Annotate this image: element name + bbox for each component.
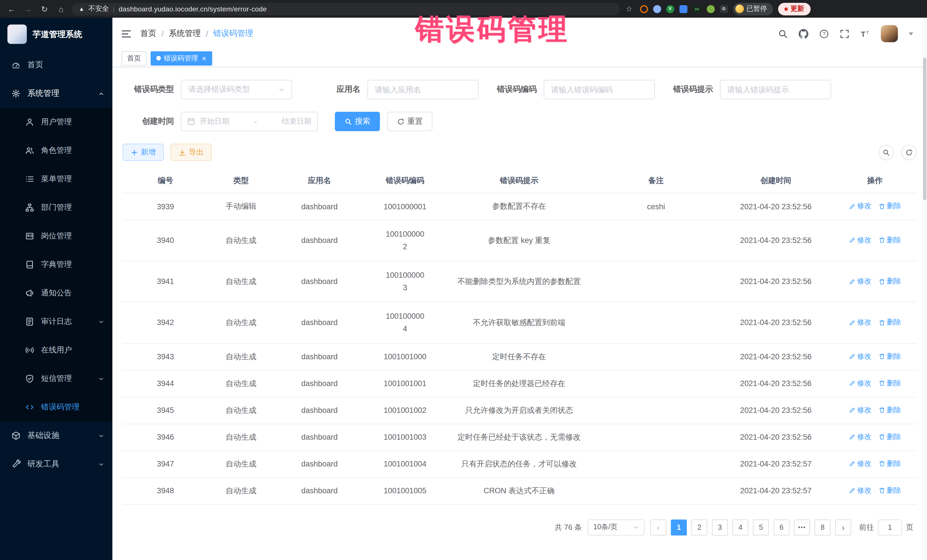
delete-link[interactable]: 删除 (878, 486, 901, 496)
error-hint-input[interactable] (720, 80, 831, 99)
fullscreen-icon[interactable] (840, 29, 849, 38)
page-button-3[interactable]: 3 (712, 519, 728, 535)
page-button-4[interactable]: 4 (732, 519, 748, 535)
sidebar-item-dept-management[interactable]: 部门管理 (0, 193, 112, 222)
edit-link[interactable]: 修改 (849, 352, 871, 361)
extension-badge[interactable]: on (692, 5, 701, 13)
delete-link[interactable]: 删除 (878, 405, 901, 415)
sidebar-item-infrastructure[interactable]: 基础设施 (0, 422, 112, 450)
sidebar-menu: 首页系统管理用户管理角色管理菜单管理部门管理岗位管理字典管理通知公告审计日志在线… (0, 51, 112, 478)
edit-link[interactable]: 修改 (849, 486, 871, 496)
filter-label-time: 创建时间 (123, 116, 174, 127)
sidebar-item-notice-announcement[interactable]: 通知公告 (0, 279, 112, 307)
tab-home[interactable]: 首页 (122, 51, 147, 65)
delete-link[interactable]: 删除 (878, 379, 901, 389)
sidebar-item-home[interactable]: 首页 (0, 51, 112, 79)
sidebar-item-role-management[interactable]: 角色管理 (0, 136, 112, 165)
reset-button[interactable]: 重置 (388, 112, 432, 131)
sidebar-item-dev-tools[interactable]: 研发工具 (0, 450, 112, 478)
column-header-1: 类型 (208, 169, 274, 193)
breadcrumb-system[interactable]: 系统管理 (169, 29, 201, 39)
app-name-input[interactable] (368, 80, 479, 99)
sidebar-item-dict-management[interactable]: 字典管理 (0, 250, 112, 279)
extensions-puzzle-icon[interactable]: ⚙ (720, 5, 728, 13)
logo-image (8, 24, 27, 44)
delete-link[interactable]: 删除 (878, 276, 901, 286)
sidebar-item-label: 基础设施 (27, 431, 59, 441)
breadcrumb-home[interactable]: 首页 (140, 29, 156, 39)
app-logo[interactable]: 芋道管理系统 (0, 18, 112, 51)
search-icon[interactable] (778, 29, 788, 38)
sidebar-item-user-management[interactable]: 用户管理 (0, 108, 112, 136)
chevron-down-icon[interactable] (909, 32, 913, 35)
home-icon[interactable]: ⌂ (55, 4, 67, 14)
extension-icon[interactable] (640, 5, 648, 13)
font-size-icon[interactable]: TT (860, 29, 870, 38)
extension-icon[interactable] (679, 5, 687, 13)
cell-type: 自动生成 (208, 477, 274, 504)
page-ellipsis[interactable]: ••• (794, 519, 810, 535)
delete-link[interactable]: 删除 (878, 235, 901, 245)
reload-icon[interactable]: ↻ (39, 4, 50, 14)
page-size-select[interactable]: 10条/页 (588, 519, 644, 535)
toolbar-right (878, 144, 917, 160)
edit-link[interactable]: 修改 (849, 202, 871, 211)
forward-icon[interactable]: → (22, 4, 33, 14)
extension-icon[interactable] (653, 5, 661, 13)
sidebar-item-sms-management[interactable]: 短信管理 (0, 364, 112, 393)
extension-icon[interactable]: V (666, 5, 674, 13)
sidebar-item-error-code-management[interactable]: 错误码管理 (0, 393, 112, 422)
help-icon[interactable]: ? (819, 29, 829, 38)
edit-link[interactable]: 修改 (849, 459, 871, 469)
profile-badge[interactable]: 已暂停 (733, 3, 773, 15)
scrollbar-thumb[interactable] (923, 58, 926, 200)
prev-page-button[interactable]: ‹ (650, 519, 666, 535)
search-button[interactable]: 搜索 (335, 112, 380, 131)
sidebar-item-post-management[interactable]: 岗位管理 (0, 222, 112, 250)
tab-error-code[interactable]: 错误码管理 × (150, 51, 212, 65)
refresh-table-button[interactable] (901, 144, 917, 160)
toggle-search-button[interactable] (878, 144, 894, 160)
error-type-select[interactable]: 请选择错误码类型 (181, 80, 292, 99)
github-icon[interactable] (799, 29, 808, 38)
export-button[interactable]: 导出 (170, 144, 212, 161)
edit-link[interactable]: 修改 (849, 405, 871, 415)
delete-link[interactable]: 删除 (878, 432, 901, 442)
user-avatar[interactable] (881, 25, 898, 42)
sidebar-item-label: 岗位管理 (41, 231, 72, 241)
cell-memo (593, 343, 719, 370)
edit-link[interactable]: 修改 (849, 276, 871, 286)
sidebar-toggle-icon[interactable] (121, 28, 132, 39)
delete-link[interactable]: 删除 (878, 352, 901, 361)
sidebar-item-audit-log[interactable]: 审计日志 (0, 307, 112, 336)
refresh-icon (397, 118, 404, 125)
close-icon[interactable]: × (202, 55, 206, 62)
add-button[interactable]: 新增 (123, 144, 164, 161)
extension-icon[interactable] (707, 5, 714, 13)
cell-id: 3944 (123, 370, 208, 397)
edit-link[interactable]: 修改 (849, 318, 871, 327)
table-row: 3941自动生成dashboard1001000003不能删除类型为系统内置的参… (123, 261, 917, 302)
bookmark-star-icon[interactable]: ☆ (626, 5, 632, 13)
page-button-2[interactable]: 2 (691, 519, 707, 535)
next-page-button[interactable]: › (835, 519, 851, 535)
page-button-6[interactable]: 6 (774, 519, 790, 535)
error-code-input[interactable] (544, 80, 655, 99)
delete-link[interactable]: 删除 (878, 318, 901, 327)
back-icon[interactable]: ← (6, 4, 17, 14)
date-range-picker[interactable]: 开始日期 - 结束日期 (181, 112, 318, 131)
sidebar-item-system-management[interactable]: 系统管理 (0, 79, 112, 108)
delete-link[interactable]: 删除 (878, 202, 901, 211)
edit-link[interactable]: 修改 (849, 432, 871, 442)
page-button-1[interactable]: 1 (671, 519, 687, 535)
goto-page-input[interactable] (878, 519, 902, 535)
update-button[interactable]: 更新 (778, 3, 810, 15)
address-bar[interactable]: ▲ 不安全 | dashboard.yudao.iocoder.cn/syste… (72, 3, 620, 15)
sidebar-item-online-user[interactable]: 在线用户 (0, 336, 112, 364)
page-button-5[interactable]: 5 (753, 519, 769, 535)
edit-link[interactable]: 修改 (849, 379, 871, 389)
page-button-8[interactable]: 8 (815, 519, 831, 535)
sidebar-item-menu-management[interactable]: 菜单管理 (0, 165, 112, 193)
delete-link[interactable]: 删除 (878, 459, 901, 469)
edit-link[interactable]: 修改 (849, 235, 871, 245)
